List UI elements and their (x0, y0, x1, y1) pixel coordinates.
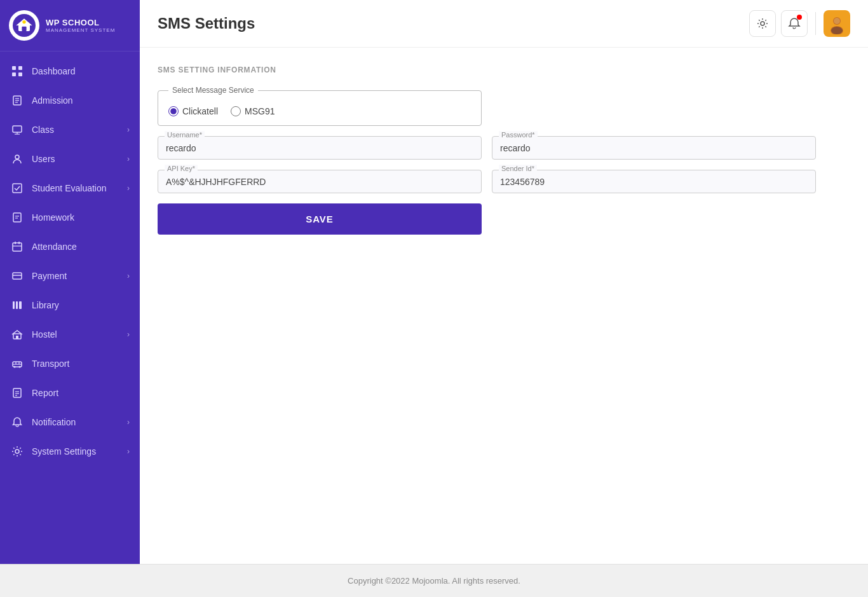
sender-id-input[interactable] (500, 175, 808, 187)
svg-rect-13 (13, 126, 22, 132)
student-evaluation-arrow: › (127, 184, 130, 193)
save-button[interactable]: SAVE (158, 203, 482, 235)
username-group: Username* (158, 136, 482, 160)
header: SMS Settings (140, 0, 868, 48)
sender-id-group: Sender Id* (492, 170, 816, 193)
svg-point-42 (15, 449, 19, 453)
logo-icon (9, 10, 39, 41)
svg-rect-3 (22, 27, 26, 31)
library-icon (10, 298, 24, 312)
dashboard-label: Dashboard (32, 66, 130, 76)
svg-rect-27 (13, 301, 15, 309)
svg-rect-7 (12, 72, 16, 76)
sidebar-item-hostel[interactable]: Hostel › (0, 320, 140, 349)
svg-point-47 (834, 18, 840, 24)
class-icon (10, 123, 24, 137)
clickatell-radio[interactable] (168, 106, 179, 116)
api-key-label: API Key* (165, 165, 198, 172)
msg91-radio[interactable] (231, 106, 241, 116)
sidebar-item-system-settings[interactable]: System Settings › (0, 437, 140, 466)
svg-point-16 (15, 155, 19, 159)
class-label: Class (32, 125, 127, 135)
svg-rect-21 (13, 243, 22, 251)
svg-rect-6 (18, 66, 22, 70)
report-label: Report (32, 388, 130, 398)
username-label: Username* (165, 131, 205, 139)
svg-point-43 (761, 22, 764, 25)
report-icon (10, 386, 24, 400)
payment-icon (10, 269, 24, 283)
api-key-group: API Key* (158, 170, 482, 193)
sidebar-item-student-evaluation[interactable]: Student Evaluation › (0, 174, 140, 203)
main-area: SMS Settings (140, 0, 868, 564)
gear-button[interactable] (749, 10, 776, 37)
notification-dot (797, 15, 802, 20)
notification-label: Notification (32, 417, 127, 427)
content-area: SMS SETTING INFORMATION Select Message S… (140, 48, 868, 564)
sidebar-item-notification[interactable]: Notification › (0, 408, 140, 437)
clickatell-label: Clickatell (182, 106, 218, 116)
transport-icon (10, 357, 24, 371)
payment-arrow: › (127, 271, 130, 280)
svg-rect-38 (13, 388, 21, 397)
password-group: Password* (492, 136, 816, 160)
student-evaluation-icon (10, 181, 24, 195)
msg91-label: MSG91 (245, 106, 275, 116)
users-icon (10, 152, 24, 166)
avatar (824, 10, 850, 37)
message-service-legend: Select Message Service (168, 86, 258, 95)
users-arrow: › (127, 154, 130, 163)
svg-rect-17 (13, 184, 22, 193)
sidebar: WP SCHOOL MANAGEMENT SYSTEM Dashboard Ad… (0, 0, 140, 564)
users-label: Users (32, 154, 127, 164)
header-divider (815, 12, 816, 35)
hostel-label: Hostel (32, 329, 127, 340)
hostel-icon (10, 327, 24, 341)
sidebar-item-users[interactable]: Users › (0, 144, 140, 174)
api-key-input[interactable] (166, 175, 473, 187)
attendance-icon (10, 240, 24, 254)
sidebar-item-payment[interactable]: Payment › (0, 261, 140, 291)
notification-arrow: › (127, 418, 130, 427)
username-input[interactable] (166, 142, 473, 153)
dashboard-icon (10, 64, 24, 78)
footer: Copyright ©2022 Mojoomla. All rights res… (0, 564, 868, 597)
svg-point-33 (14, 366, 16, 368)
sidebar-item-library[interactable]: Library (0, 291, 140, 320)
password-input[interactable] (500, 142, 808, 153)
sidebar-item-attendance[interactable]: Attendance (0, 232, 140, 261)
svg-rect-18 (13, 213, 21, 222)
message-service-radio-group: Clickatell MSG91 (168, 104, 471, 116)
sidebar-item-transport[interactable]: Transport (0, 349, 140, 378)
msg91-option[interactable]: MSG91 (231, 106, 275, 116)
class-arrow: › (127, 125, 130, 134)
sidebar-nav: Dashboard Admission Class › (0, 51, 140, 564)
payment-label: Payment (32, 271, 127, 281)
logo-subtitle: MANAGEMENT SYSTEM (46, 27, 115, 33)
bell-button[interactable] (781, 10, 808, 37)
password-label: Password* (499, 131, 538, 139)
logo-title: WP SCHOOL (46, 18, 115, 28)
sidebar-item-admission[interactable]: Admission (0, 86, 140, 115)
homework-label: Homework (32, 212, 130, 223)
svg-rect-8 (18, 72, 22, 76)
clickatell-option[interactable]: Clickatell (168, 106, 218, 116)
hostel-arrow: › (127, 330, 130, 339)
admission-icon (10, 93, 24, 107)
sidebar-item-report[interactable]: Report (0, 378, 140, 408)
library-label: Library (32, 300, 130, 310)
logo-area: WP SCHOOL MANAGEMENT SYSTEM (0, 0, 140, 51)
gear-icon (756, 17, 769, 30)
sidebar-item-class[interactable]: Class › (0, 115, 140, 144)
svg-point-48 (831, 27, 843, 34)
student-evaluation-label: Student Evaluation (32, 183, 127, 193)
attendance-label: Attendance (32, 242, 130, 252)
footer-text: Copyright ©2022 Mojoomla. All rights res… (348, 576, 520, 586)
sidebar-item-dashboard[interactable]: Dashboard (0, 57, 140, 86)
sender-id-label: Sender Id* (499, 165, 537, 172)
system-settings-label: System Settings (32, 446, 127, 456)
sidebar-item-homework[interactable]: Homework (0, 203, 140, 232)
system-settings-arrow: › (127, 447, 130, 456)
svg-rect-28 (16, 301, 18, 309)
homework-icon (10, 210, 24, 224)
